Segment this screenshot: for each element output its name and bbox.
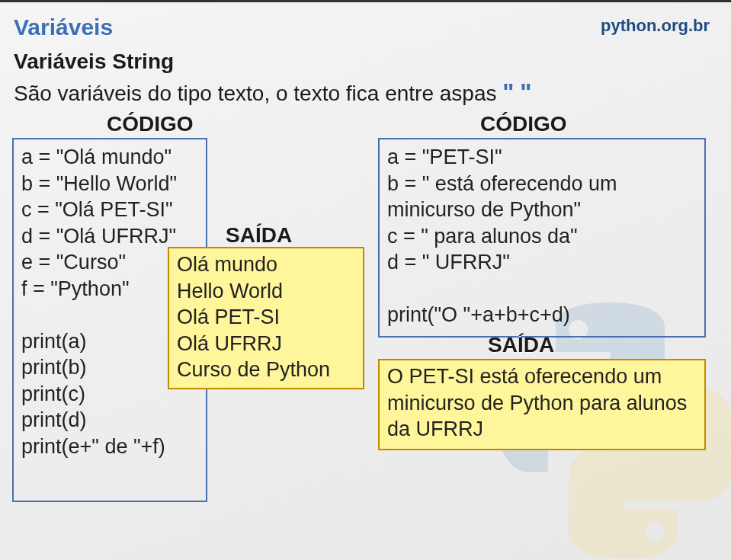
code-line: print("O "+a+b+c+d)	[387, 302, 697, 328]
code-line: Curso de Python	[177, 357, 355, 383]
section-subtitle: Variáveis String	[14, 50, 174, 74]
code-line: c = " para alunos da"	[387, 223, 697, 250]
code-line: print(d)	[21, 407, 198, 434]
quote-close: "	[520, 78, 531, 106]
output-box-left: Olá mundoHello WorldOlá PET-SIOlá UFRRJC…	[168, 247, 364, 389]
label-codigo-left: CÓDIGO	[107, 112, 194, 136]
code-line: print(e+" de "+f)	[21, 434, 198, 460]
label-saida-left: SAÍDA	[226, 223, 292, 248]
code-box-right: a = "PET-SI"b = " está oferecendo um min…	[378, 138, 706, 338]
code-line: Olá UFRRJ	[177, 331, 355, 357]
code-line: b = "Hello World"	[21, 171, 198, 197]
site-link[interactable]: python.org.br	[601, 16, 710, 36]
code-line: Olá mundo	[177, 251, 355, 278]
code-line: Olá PET-SI	[177, 304, 355, 331]
intro-body: São variáveis do tipo texto, o texto fic…	[14, 82, 496, 105]
label-saida-right: SAÍDA	[488, 333, 554, 357]
code-line: a = "Olá mundo"	[21, 144, 198, 171]
page-title: Variáveis	[14, 14, 113, 40]
code-line: d = "Olá UFRRJ"	[21, 223, 198, 250]
code-line: d = " UFRRJ"	[387, 249, 697, 276]
quote-open: "	[502, 78, 514, 106]
code-line: Hello World	[177, 278, 355, 305]
code-line: c = "Olá PET-SI"	[21, 197, 198, 223]
code-line: a = "PET-SI"	[387, 144, 697, 171]
intro-text: São variáveis do tipo texto, o texto fic…	[14, 78, 531, 107]
code-line: O PET-SI está oferecendo um minicurso de…	[387, 363, 697, 443]
label-codigo-right: CÓDIGO	[480, 112, 567, 136]
code-line	[387, 276, 697, 302]
output-box-right: O PET-SI está oferecendo um minicurso de…	[378, 359, 706, 450]
code-line: b = " está oferecendo um minicurso de Py…	[387, 171, 697, 223]
